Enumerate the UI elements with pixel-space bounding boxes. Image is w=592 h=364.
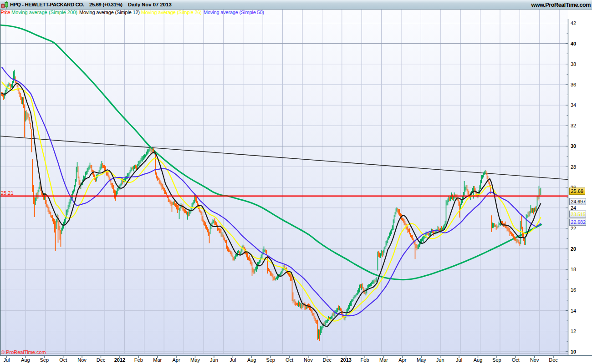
- svg-text:Dec: Dec: [97, 357, 106, 363]
- svg-text:16: 16: [571, 287, 576, 293]
- svg-text:36: 36: [571, 82, 576, 87]
- svg-text:Sep: Sep: [40, 357, 49, 363]
- svg-text:2013: 2013: [340, 357, 351, 363]
- svg-text:Moving average (Simple 50): Moving average (Simple 50): [204, 10, 264, 15]
- svg-text:Price: Price: [1, 10, 10, 15]
- svg-text:22: 22: [571, 226, 576, 231]
- svg-text:32: 32: [571, 123, 576, 128]
- svg-text:2012: 2012: [114, 357, 125, 363]
- svg-text:Nov 07 2013: Nov 07 2013: [142, 2, 172, 7]
- svg-text:Feb: Feb: [134, 357, 143, 363]
- svg-text:Aug: Aug: [474, 357, 483, 363]
- svg-text:Sep: Sep: [266, 357, 275, 363]
- svg-text:Apr: Apr: [398, 357, 406, 363]
- svg-text:40: 40: [571, 41, 576, 46]
- svg-text:Oct: Oct: [512, 357, 520, 363]
- svg-text:38: 38: [571, 61, 576, 67]
- svg-text:18: 18: [571, 267, 576, 272]
- svg-text:Moving average (Simple 12): Moving average (Simple 12): [79, 10, 140, 15]
- svg-text:Jul: Jul: [456, 357, 462, 363]
- svg-text:Jul: Jul: [3, 357, 10, 363]
- svg-text:Aug: Aug: [247, 357, 256, 363]
- svg-text:May: May: [417, 357, 426, 363]
- svg-text:Apr: Apr: [173, 357, 180, 363]
- svg-text:Moving average (Simple 26): Moving average (Simple 26): [141, 10, 202, 15]
- svg-text:Nov: Nov: [304, 357, 313, 363]
- svg-text:Nov: Nov: [77, 357, 87, 363]
- svg-text:Jun: Jun: [436, 357, 444, 363]
- svg-text:22.682: 22.682: [571, 219, 586, 225]
- svg-text:20: 20: [571, 246, 576, 252]
- svg-text:24: 24: [571, 205, 576, 211]
- svg-text:May: May: [190, 357, 200, 363]
- svg-text:34: 34: [571, 102, 576, 108]
- svg-text:www.ProRealTime.com: www.ProRealTime.com: [531, 2, 591, 8]
- svg-text:Feb: Feb: [361, 357, 369, 363]
- svg-text:© ProRealTime.com: © ProRealTime.com: [1, 349, 46, 355]
- svg-text:Daily: Daily: [128, 2, 141, 7]
- svg-text:10: 10: [571, 349, 576, 354]
- svg-text:Mar: Mar: [153, 357, 162, 363]
- svg-text:Jun: Jun: [210, 357, 218, 363]
- svg-text:Nov: Nov: [530, 357, 539, 363]
- svg-text:30: 30: [571, 143, 576, 149]
- svg-text:Sep: Sep: [492, 357, 501, 363]
- svg-text:HPQ - HEWLETT-PACKARD CO.: HPQ - HEWLETT-PACKARD CO.: [10, 2, 84, 7]
- svg-text:28: 28: [571, 164, 576, 170]
- svg-text:Mar: Mar: [379, 357, 388, 363]
- svg-text:25.69 (+0.31%): 25.69 (+0.31%): [89, 2, 122, 7]
- svg-text:25.69: 25.69: [571, 188, 584, 194]
- svg-text:Moving average (Simple 200): Moving average (Simple 200): [11, 10, 77, 15]
- svg-text:Aug: Aug: [21, 357, 30, 363]
- svg-text:Oct: Oct: [286, 357, 293, 363]
- svg-text:Dec: Dec: [323, 357, 332, 363]
- svg-text:Oct: Oct: [59, 357, 67, 363]
- svg-text:23.515: 23.515: [571, 212, 586, 217]
- svg-text:25.21: 25.21: [1, 190, 14, 196]
- svg-text:Jul: Jul: [230, 357, 236, 363]
- svg-text:42: 42: [571, 20, 576, 26]
- svg-text:24.697: 24.697: [571, 199, 586, 204]
- svg-text:Dec: Dec: [549, 357, 558, 363]
- svg-text:12: 12: [571, 329, 576, 334]
- svg-text:14: 14: [571, 308, 576, 313]
